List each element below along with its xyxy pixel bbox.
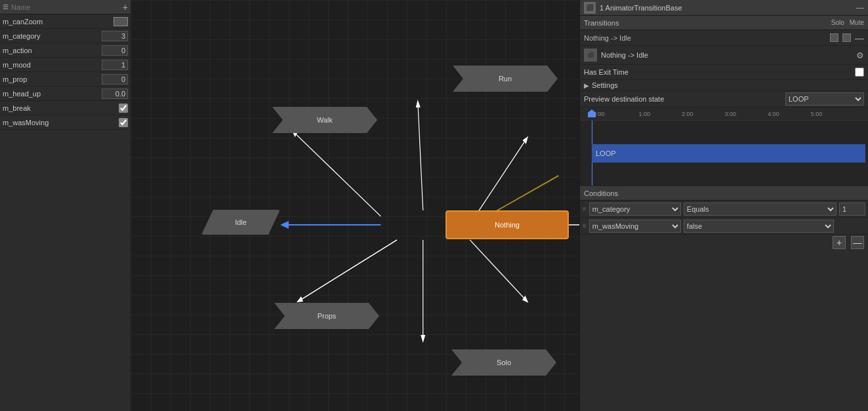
animator-panel: Run Walk Jump Nothing Idle Props Intera … [131,0,579,411]
node-nothing[interactable]: Nothing [445,210,569,239]
param-search-header: ☰ + [0,0,131,14]
param-row-wasMoving: m_wasMoving [0,115,131,130]
node-solo[interactable]: Solo [451,349,556,376]
settings-row[interactable]: ▶ Settings [580,80,868,91]
add-param-button[interactable]: + [123,2,128,12]
condition-operator-select-1[interactable]: Equals NotEqual Greater Less [684,203,837,216]
node-props[interactable]: Props [274,303,379,329]
param-name-canZoom: m_canZoom [3,18,114,26]
has-exit-label: Has Exit Time [584,68,855,76]
preview-destination-row: Preview destination state LOOP Idle Walk… [580,91,868,108]
timeline-area: 0:00 1:00 2:00 3:00 4:00 5:00 LOOP [580,108,868,186]
node-idle[interactable]: Idle [201,210,280,235]
timeline-loop-block: LOOP [592,144,865,163]
param-checkbox-wasMoving[interactable] [119,118,128,127]
solo-mute-labels: Solo Mute [831,19,864,26]
condition-value-input-1[interactable] [839,203,865,216]
search-icon: ☰ [3,3,9,10]
transition-item-row[interactable]: Nothing -> Idle — [580,30,868,46]
conditions-header: Conditions [580,186,868,201]
param-name-prop: m_prop [3,75,102,83]
condition-row-1: ≡ m_category m_wasMoving Equals NotEqual… [580,201,868,218]
transition-item-label: Nothing -> Idle [584,34,826,42]
drag-handle-2[interactable]: ≡ [583,222,587,229]
param-name-mood: m_mood [3,61,102,69]
right-panel-header: ⬛ 1 AnimatorTransitionBase — [580,0,868,16]
param-row-break: m_break [0,101,131,115]
param-value-category[interactable]: 3 [102,31,128,41]
mute-label: Mute [850,19,864,26]
preview-destination-label: Preview destination state [584,95,783,103]
param-value-head-up[interactable]: 0.0 [102,88,128,99]
transition-detail-row: ⬛ Nothing -> Idle ⚙ [580,46,868,65]
transition-detail-title: Nothing -> Idle [601,51,852,59]
transition-solo-checkbox[interactable] [830,33,838,42]
grid-background [131,0,579,411]
param-name-head-up: m_head_up [3,90,102,98]
transition-detail-icon: ⬛ [584,49,597,62]
right-panel-title: 1 AnimatorTransitionBase [600,4,852,12]
right-panel: ⬛ 1 AnimatorTransitionBase — Transitions… [579,0,868,411]
param-value-mood[interactable]: 1 [102,60,128,70]
param-name-action: m_action [3,47,102,54]
has-exit-row: Has Exit Time [580,65,868,80]
param-row-mood: m_mood 1 [0,58,131,72]
param-row-head-up: m_head_up 0.0 [0,87,131,101]
timeline-content: LOOP [580,121,868,186]
condition-operator-select-2[interactable]: false true [684,220,834,233]
preview-destination-select[interactable]: LOOP Idle Walk Run [785,92,864,106]
drag-handle-1[interactable]: ≡ [583,205,587,212]
param-checkbox-break[interactable] [119,104,128,113]
add-condition-button[interactable]: + [833,236,846,249]
param-name-break: m_break [3,104,119,112]
param-row-category: m_category 3 [0,29,131,43]
conditions-label: Conditions [584,189,618,197]
param-toggle-canZoom[interactable] [114,17,128,26]
param-row-prop: m_prop 0 [0,72,131,87]
param-name-category: m_category [3,32,102,40]
remove-condition-button[interactable]: — [851,236,864,249]
settings-label: Settings [592,81,618,89]
gear-button[interactable]: ⚙ [856,50,864,60]
param-search-input[interactable] [11,3,120,11]
param-value-prop[interactable]: 0 [102,74,128,85]
node-walk[interactable]: Walk [272,107,377,133]
param-row-canZoom: m_canZoom [0,14,131,29]
transition-remove-button[interactable]: — [855,33,864,43]
has-exit-checkbox[interactable] [855,68,864,77]
ruler-marks: 0:00 1:00 2:00 3:00 4:00 5:00 [593,108,822,120]
param-row-action: m_action 0 [0,43,131,58]
timeline-ruler: 0:00 1:00 2:00 3:00 4:00 5:00 [580,108,868,121]
pin-button[interactable]: — [856,3,864,12]
condition-param-select-1[interactable]: m_category m_wasMoving [589,203,681,216]
settings-triangle-icon: ▶ [584,82,589,89]
condition-row-2: ≡ m_wasMoving m_category false true [580,218,868,235]
transitions-bar: Transitions Solo Mute [580,16,868,30]
transition-mute-checkbox[interactable] [842,33,851,42]
node-run[interactable]: Run [453,66,558,92]
loop-block-label: LOOP [596,149,616,157]
conditions-footer: + — [580,235,868,250]
param-name-wasMoving: m_wasMoving [3,119,119,127]
transition-icon: ⬛ [584,2,596,14]
transitions-label: Transitions [584,19,831,27]
left-panel: ☰ + m_canZoom m_category 3 m_action 0 m_… [0,0,131,411]
solo-label: Solo [831,19,844,26]
param-value-action[interactable]: 0 [102,45,128,56]
condition-param-select-2[interactable]: m_wasMoving m_category [589,220,681,233]
